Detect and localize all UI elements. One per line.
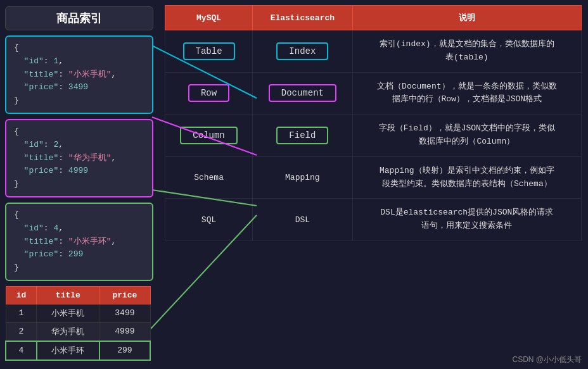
cell-es-5: DSL bbox=[253, 199, 353, 241]
card3-line1: { bbox=[14, 209, 144, 222]
card3-line4: "price": 299 bbox=[14, 248, 144, 261]
cell-desc-3: 字段（Field），就是JSON文档中的字段，类似数据库中的列（Column） bbox=[352, 115, 581, 157]
cell-title: 华为手机 bbox=[37, 322, 99, 341]
json-card-1: { "id": 1, "title": "小米手机", "price": 349… bbox=[5, 35, 153, 114]
table-row: 1 小米手机 3499 bbox=[6, 304, 150, 322]
main-container: 商品索引 { "id": 1, "title": "小米手机", "price"… bbox=[0, 0, 588, 369]
card2-line2: "id": 2, bbox=[14, 139, 144, 152]
cell-desc-4: Mapping（映射）是索引中文档的约束，例如字段类型约束。类似数据库的表结构（… bbox=[352, 156, 581, 199]
card1-line3: "title": "小米手机", bbox=[14, 68, 144, 82]
comparison-row-5: SQL DSL DSL是elasticsearch提供的JSON风格的请求语句，… bbox=[165, 199, 582, 241]
cell-desc-5: DSL是elasticsearch提供的JSON风格的请求语句，用来定义搜索条件 bbox=[352, 199, 581, 241]
table-row: 2 华为手机 4999 bbox=[6, 322, 150, 341]
cell-id: 1 bbox=[6, 304, 37, 322]
cell-price: 4999 bbox=[99, 322, 150, 341]
cell-box-table: Table bbox=[183, 42, 235, 60]
cell-desc-1: 索引(index)，就是文档的集合，类似数据库的表(table) bbox=[352, 30, 581, 73]
header-es: Elasticsearch bbox=[253, 6, 353, 30]
card3-line2: "id": 4, bbox=[14, 222, 144, 235]
json-card-2: { "id": 2, "title": "华为手机", "price": 499… bbox=[5, 119, 153, 197]
cell-box-row: Row bbox=[188, 84, 229, 102]
cell-mysql-3: Column bbox=[165, 115, 253, 157]
header-mysql: MySQL bbox=[165, 6, 253, 30]
comparison-row-4: Schema Mapping Mapping（映射）是索引中文档的约束，例如字段… bbox=[165, 156, 582, 199]
cell-id: 4 bbox=[6, 341, 37, 360]
card3-line5: } bbox=[14, 261, 144, 275]
cell-box-column: Column bbox=[180, 127, 237, 144]
cell-mysql-1: Table bbox=[165, 30, 253, 73]
cell-es-4: Mapping bbox=[253, 156, 353, 199]
cell-price: 299 bbox=[99, 341, 150, 360]
cell-price: 3499 bbox=[99, 304, 150, 322]
table-row-highlighted: 4 小米手环 299 bbox=[6, 341, 150, 360]
cell-mysql-2: Row bbox=[165, 72, 253, 115]
card3-line3: "title": "小米手环", bbox=[14, 235, 144, 249]
cell-desc-2: 文档（Document），就是一条条的数据，类似数据库中的行（Row），文档都是… bbox=[352, 72, 581, 115]
cell-box-document: Document bbox=[269, 84, 336, 102]
product-index-title: 商品索引 bbox=[5, 6, 153, 30]
col-price: price bbox=[99, 286, 150, 304]
cell-box-index: Index bbox=[276, 42, 328, 60]
card1-line2: "id": 1, bbox=[14, 55, 144, 68]
cell-id: 2 bbox=[6, 322, 37, 341]
comparison-row-1: Table Index 索引(index)，就是文档的集合，类似数据库的表(ta… bbox=[165, 30, 582, 73]
card1-line1: { bbox=[14, 42, 144, 55]
col-title: title bbox=[37, 286, 99, 304]
card1-line4: "price": 3499 bbox=[14, 81, 144, 94]
cell-es-1: Index bbox=[253, 30, 353, 73]
right-panel: MySQL Elasticsearch 说明 Table Index 索引(in… bbox=[158, 0, 588, 369]
comparison-row-2: Row Document 文档（Document），就是一条条的数据，类似数据库… bbox=[165, 72, 582, 115]
header-desc: 说明 bbox=[352, 6, 581, 30]
card2-line3: "title": "华为手机", bbox=[14, 152, 144, 165]
comparison-table: MySQL Elasticsearch 说明 Table Index 索引(in… bbox=[165, 5, 582, 241]
cell-es-3: Field bbox=[253, 115, 353, 157]
left-panel: 商品索引 { "id": 1, "title": "小米手机", "price"… bbox=[0, 0, 158, 369]
col-id: id bbox=[6, 286, 37, 304]
card2-line5: } bbox=[14, 178, 144, 191]
card1-line5: } bbox=[14, 94, 144, 108]
db-table: id title price 1 小米手机 3499 2 华为手机 4999 4 bbox=[5, 286, 151, 361]
card2-line4: "price": 4999 bbox=[14, 165, 144, 178]
cell-box-field: Field bbox=[276, 127, 328, 144]
cell-title: 小米手机 bbox=[37, 304, 99, 322]
comparison-row-3: Column Field 字段（Field），就是JSON文档中的字段，类似数据… bbox=[165, 115, 582, 157]
json-card-3: { "id": 4, "title": "小米手环", "price": 299… bbox=[5, 203, 153, 281]
card2-line1: { bbox=[14, 125, 144, 139]
cell-mysql-5: SQL bbox=[165, 199, 253, 241]
watermark: CSDN @小小低头哥 bbox=[512, 354, 582, 365]
cell-mysql-4: Schema bbox=[165, 156, 253, 199]
cell-title: 小米手环 bbox=[37, 341, 99, 360]
cell-es-2: Document bbox=[253, 72, 353, 115]
